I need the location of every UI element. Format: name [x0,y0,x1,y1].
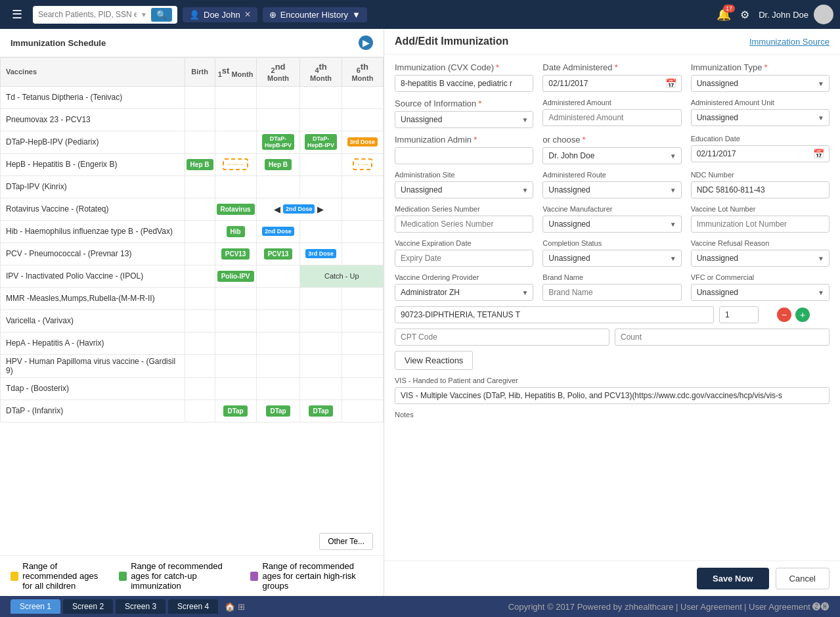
dose-input[interactable] [395,306,714,323]
admin-site-select[interactable]: Unassigned [395,181,533,198]
cpt-input[interactable] [395,329,609,346]
col-6mo: 6th Month [342,58,383,87]
patient-search-box[interactable]: ▼ 🔍 [33,6,177,24]
dose-count-input[interactable] [719,306,759,323]
count-input[interactable] [615,329,829,346]
dose-button[interactable]: DTap [223,405,247,417]
encounter-tab-label: Encounter History [280,10,348,20]
imm-source-link[interactable]: Immunization Source [749,37,829,47]
imm-admin-label: Immunization Admin * [395,135,533,145]
encounter-tab-chevron: ▼ [352,10,361,20]
hamburger-icon[interactable]: ☰ [7,5,28,24]
admin-amount-input[interactable] [542,109,681,126]
bottom-tabs: Screen 1 Screen 2 Screen 3 Screen 4 🏠 ⊞ [11,599,245,614]
imm-admin-group: Immunization Admin * [395,135,533,164]
ordering-provider-select[interactable]: Administrator ZH [395,284,533,301]
vac-refusal-select[interactable]: Unassigned [691,250,829,267]
imm-cvx-input[interactable] [395,75,533,92]
settings-gear-icon[interactable]: ⚙ [740,9,749,21]
col-4mo: 4th Month [300,58,342,87]
avatar [814,5,833,24]
dose-button[interactable]: 3rd Dose [347,137,378,147]
dose-nav[interactable]: ◀ 2nd Dose ▶ [258,204,340,214]
other-te-button[interactable]: Other Te... [319,533,373,550]
grid-icon[interactable]: ⊞ [238,602,245,612]
ndc-input[interactable] [691,181,829,198]
dose-button[interactable]: PCV13 [264,248,293,260]
education-date-input[interactable] [691,145,829,162]
cancel-button[interactable]: Cancel [776,568,829,589]
table-row: MMR -Measles,Mumps,Rubella-(M-M-R-II) [1,287,384,309]
dose-button[interactable]: DTaP-HepB-IPV [262,134,294,150]
completion-select[interactable]: Unassigned [542,250,681,267]
dose-button[interactable]: Hib [227,226,245,237]
dose-button[interactable]: 2nd Dose [283,204,315,214]
dose-button[interactable]: 3rd Dose [305,249,336,258]
prev-arrow[interactable]: ◀ [274,204,280,214]
date-admin-input[interactable] [542,75,681,92]
vaccine-name: DTaP-HepB-IPV (Pediarix) [1,131,185,153]
search-input[interactable] [38,10,137,19]
col-2mo: 2nd Month [256,58,300,87]
admin-route-wrapper: Unassigned ▼ [542,181,681,198]
vaccine-name: Hib - Haemophilus influenzae type B - (P… [1,220,185,242]
notifications-bell[interactable]: 🔔 17 [717,7,731,22]
completion-wrapper: Unassigned ▼ [542,250,681,267]
vaccine-name: MMR -Measles,Mumps,Rubella-(M-M-R-II) [1,287,185,309]
med-series-input[interactable] [395,216,533,233]
calendar-icon[interactable]: 📅 [813,149,824,159]
vis-input[interactable] [395,387,829,404]
dose-button[interactable]: Hep B [265,159,292,170]
tab-screen3[interactable]: Screen 3 [116,599,166,614]
admin-route-select[interactable]: Unassigned [542,181,681,198]
user-name-label: Dr. John Doe [759,10,808,20]
dose-button[interactable]: PCV13 [221,248,250,260]
table-row: PCV - Pneumococcal - (Prevnar 13) PCV13 … [1,242,384,265]
legend: Range of recommended ages for all childr… [0,555,384,596]
catch-up-cell: Catch - Up [300,265,384,287]
home-icon[interactable]: 🏠 [225,602,235,612]
admin-site-label: Administration Site [395,171,533,179]
tab-screen4[interactable]: Screen 4 [168,599,218,614]
vac-manufacturer-select[interactable]: Unassigned [542,216,681,233]
dose-remove-button[interactable]: − [777,308,791,322]
imm-admin-input[interactable] [395,147,533,164]
vac-refusal-group: Vaccine Refusal Reason Unassigned ▼ [691,239,829,267]
vac-expiry-input[interactable] [395,250,533,267]
dose-button[interactable]: DTap [266,405,290,417]
user-profile[interactable]: Dr. John Doe [759,5,833,24]
dose-button[interactable]: Polio-IPV [217,271,254,282]
navbar: ☰ ▼ 🔍 👤 Doe John ✕ ⊕ Encounter History ▼… [0,0,840,29]
vfc-select[interactable]: Unassigned [691,284,829,301]
patient-tab-close[interactable]: ✕ [244,10,251,19]
dose-button[interactable]: 2nd Dose [262,227,294,236]
vac-lot-group: Vaccine Lot Number [691,205,829,233]
collapse-button[interactable]: ▶ [359,35,373,50]
or-choose-select[interactable]: Dr. John Doe [542,147,681,164]
search-button[interactable]: 🔍 [151,8,172,22]
tab-screen2[interactable]: Screen 2 [63,599,113,614]
table-row: HepA - Hepatitis A - (Havrix) [1,332,384,354]
dose-add-button[interactable]: + [795,308,810,322]
dose-button[interactable]: DTaP-HepB-IPV [305,134,337,150]
dose-button[interactable]: Rotavirus [217,204,255,215]
dose-button[interactable]: Hep B [187,159,213,170]
encounter-tab[interactable]: ⊕ Encounter History ▼ [263,7,367,22]
imm-schedule-title: Immunization Schedule [11,38,106,48]
education-date-label: Education Date [691,135,829,143]
vac-lot-input[interactable] [691,216,829,233]
patient-tab[interactable]: 👤 Doe John ✕ [183,7,257,22]
view-reactions-button[interactable]: View Reactions [395,351,473,370]
dose-button[interactable]: DTap [309,405,332,417]
save-button[interactable]: Save Now [697,568,768,589]
source-info-select[interactable]: Unassigned [395,111,533,128]
user-agreement-link[interactable]: User Agreement [749,602,810,612]
calendar-icon[interactable]: 📅 [665,78,676,89]
brand-name-input[interactable] [542,284,681,301]
imm-type-select[interactable]: Unassigned [691,75,829,92]
next-arrow[interactable]: ▶ [317,204,324,214]
admin-site-group: Administration Site Unassigned ▼ [395,171,533,198]
search-chevron-icon: ▼ [141,11,147,18]
admin-amount-unit-select[interactable]: Unassigned [691,109,829,126]
tab-screen1[interactable]: Screen 1 [11,599,60,614]
